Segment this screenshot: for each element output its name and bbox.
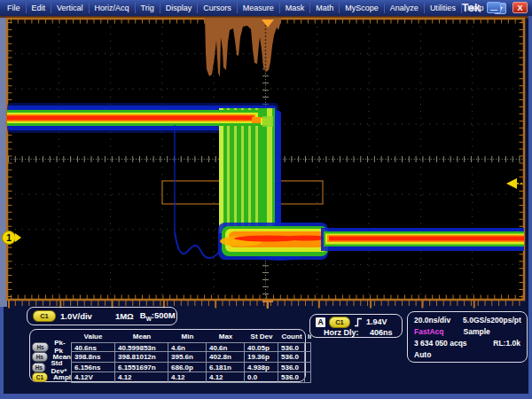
measurement-cell-count: 536.0 bbox=[278, 363, 305, 373]
measurement-cell-stdev: 19.36p bbox=[245, 352, 278, 363]
column-header-mean: Mean bbox=[115, 332, 168, 342]
measurement-cell-mean: 40.599853n bbox=[115, 342, 168, 353]
trigger-source-badge: C1 bbox=[329, 317, 350, 328]
channel1-badge: C1 bbox=[33, 310, 56, 322]
measurement-cell-count: 536.0 bbox=[278, 342, 305, 353]
measurement-cell-info bbox=[305, 372, 311, 383]
measurement-cell-value: 398.8ns bbox=[71, 352, 115, 363]
measurement-cell-count: 536.0 bbox=[278, 372, 305, 383]
measurement-cell-stdev: 40.05p bbox=[245, 342, 278, 353]
trigger-readout[interactable]: A C1 1.94V Horz Dly: 406ns bbox=[309, 314, 403, 338]
sample-rate: 5.0GS/s bbox=[463, 315, 490, 326]
measurement-cell-value: 6.156ns bbox=[71, 363, 115, 373]
measurement-row-label: HsStd Dev* bbox=[32, 363, 71, 373]
measurement-cell-info bbox=[305, 342, 311, 353]
measurement-table: ValueMeanMinMaxSt DevCountInfoHsPk-Pk40.… bbox=[32, 332, 305, 383]
measurement-name: Ampl bbox=[53, 373, 71, 381]
measurement-cell-mean: 6.1551697n bbox=[115, 363, 168, 373]
measurement-cell-min: 395.6n bbox=[168, 352, 207, 363]
measurement-cell-mean: 4.12 bbox=[115, 372, 168, 383]
measurement-cell-value: 4.12V bbox=[71, 372, 115, 383]
measurement-cell-max: 40.6n bbox=[207, 342, 245, 353]
oscilloscope-app: { "titlebar": { "logo": "Tek", "minimize… bbox=[0, 0, 532, 399]
measurement-row-label: HsPk-Pk bbox=[32, 342, 71, 353]
menu-item-cursors[interactable]: Cursors bbox=[198, 3, 238, 13]
measurement-cell-max: 402.8n bbox=[207, 352, 245, 363]
channel1-impedance: 1MΩ bbox=[115, 311, 134, 321]
column-header-count: Count bbox=[278, 332, 305, 342]
trigger-system-badge: A bbox=[316, 317, 325, 327]
menu-item-horizacq[interactable]: Horiz/Acq bbox=[90, 3, 136, 13]
menu-item-display[interactable]: Display bbox=[160, 3, 199, 13]
minimize-icon: — bbox=[490, 5, 497, 13]
column-header-stdev: St Dev bbox=[245, 332, 278, 342]
measurement-cell-mean: 398.81012n bbox=[115, 352, 168, 363]
tek-logo: Tek bbox=[462, 2, 481, 14]
column-header-value: Value bbox=[71, 332, 115, 342]
menu-item-edit[interactable]: Edit bbox=[27, 3, 52, 13]
column-header-max: Max bbox=[207, 332, 245, 342]
measurement-cell-stdev: 4.938p bbox=[245, 363, 278, 373]
horizontal-delay-value: 406ns bbox=[370, 328, 393, 337]
measurement-cell-max: 4.12 bbox=[207, 372, 245, 383]
acquisition-mode: Sample bbox=[464, 326, 490, 338]
menu-item-math[interactable]: Math bbox=[310, 3, 340, 13]
horizontal-delay-label: Horz Dly: bbox=[324, 328, 359, 337]
minimize-button[interactable]: — bbox=[487, 2, 501, 13]
rising-edge-icon bbox=[354, 317, 363, 327]
measurement-source-badge: Hs bbox=[32, 363, 46, 372]
menu-item-vertical[interactable]: Vertical bbox=[51, 3, 90, 13]
measurement-source-badge: C1 bbox=[32, 372, 48, 382]
trigger-mode: Auto bbox=[414, 349, 431, 361]
close-icon: X bbox=[517, 4, 522, 12]
fastacq-status: FastAcq bbox=[414, 326, 444, 338]
trigger-level-value: 1.94V bbox=[366, 317, 387, 326]
channel1-scale: 1.0V/div bbox=[60, 311, 92, 321]
measurement-cell-min: 4.6n bbox=[168, 342, 207, 353]
measurement-cell-info bbox=[305, 352, 311, 363]
acquisition-readout[interactable]: 20.0ns/div 5.0GS/s 200ps/pt FastAcq Samp… bbox=[407, 311, 528, 363]
channel1-readout[interactable]: C1 1.0V/div 1MΩ BW:500M bbox=[27, 307, 177, 325]
menu-item-measure[interactable]: Measure bbox=[238, 3, 280, 13]
measurement-cell-stdev: 0.0 bbox=[245, 372, 278, 383]
measurement-cell-min: 4.12 bbox=[168, 372, 207, 383]
record-length: RL:1.0k bbox=[493, 338, 520, 349]
menu-item-myscope[interactable]: MyScope bbox=[340, 3, 385, 13]
svg-text:1: 1 bbox=[6, 233, 12, 243]
measurement-source-badge: Hs bbox=[32, 342, 49, 352]
measurement-cell-count: 536.0 bbox=[278, 352, 305, 363]
menu-item-utilities[interactable]: Utilities bbox=[425, 3, 462, 13]
horizontal-scale: 20.0ns/div bbox=[414, 315, 450, 326]
menu-item-trig[interactable]: Trig bbox=[136, 3, 160, 13]
channel1-bandwidth: BW:500M bbox=[140, 310, 176, 322]
measurement-cell-max: 6.181n bbox=[207, 363, 245, 373]
measurement-cell-info bbox=[305, 363, 311, 373]
measurement-readout[interactable]: ValueMeanMinMaxSt DevCountInfoHsPk-Pk40.… bbox=[29, 329, 306, 382]
measurement-row-label: C1Ampl bbox=[32, 372, 71, 383]
menu-item-mask[interactable]: Mask bbox=[280, 3, 311, 13]
measurement-cell-value: 40.6ns bbox=[71, 342, 115, 353]
close-button[interactable]: X bbox=[512, 2, 528, 13]
menu-item-analyze[interactable]: Analyze bbox=[385, 3, 425, 13]
measurement-cell-min: 686.0p bbox=[168, 363, 207, 373]
title-menu-bar: FileEditVerticalHoriz/AcqTrigDisplayCurs… bbox=[0, 0, 532, 16]
sample-resolution: 200ps/pt bbox=[490, 315, 521, 326]
menu-bar: FileEditVerticalHoriz/AcqTrigDisplayCurs… bbox=[2, 3, 489, 13]
measurement-source-badge: Hs bbox=[32, 352, 47, 362]
column-header-min: Min bbox=[168, 332, 207, 342]
menu-item-file[interactable]: File bbox=[2, 3, 27, 13]
acquisition-count: 3 634 050 acqs bbox=[414, 338, 467, 349]
